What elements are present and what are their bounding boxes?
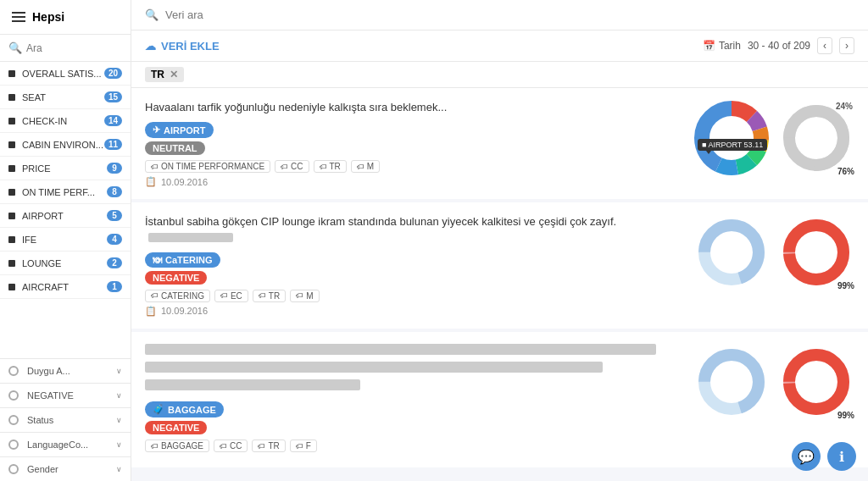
sidebar-item-lounge[interactable]: LOUNGE 2: [0, 252, 131, 275]
chevron-down-icon: ∨: [116, 391, 122, 400]
sidebar-item-label: CHECK-IN: [22, 116, 104, 126]
sidebar-item-badge: 11: [104, 139, 122, 150]
sidebar-item-check-in[interactable]: CHECK-IN 14: [0, 109, 131, 133]
tag[interactable]: 🏷CC: [275, 160, 309, 173]
tag-icon: 🏷: [296, 291, 303, 300]
sentiment-badge-wrap: NEUTRAL: [145, 141, 683, 160]
sidebar-search-input[interactable]: [26, 42, 122, 54]
category-badge-wrap: ✈ AIRPORT: [145, 122, 683, 141]
tag[interactable]: 🏷TR: [252, 440, 285, 452]
sidebar-item-badge: 1: [107, 281, 122, 292]
chart-label-top: 24%: [836, 102, 853, 111]
sidebar-item-price[interactable]: PRICE 9: [0, 157, 131, 180]
sidebar-item-cabin-environ[interactable]: CABIN ENVIRON... 11: [0, 133, 131, 157]
sidebar-item-icon: [8, 213, 15, 219]
sidebar-header: Hepsi: [0, 0, 131, 35]
chat-button[interactable]: 💬: [792, 442, 821, 471]
sidebar-item-icon: [8, 189, 15, 196]
sidebar-item-ife[interactable]: IFE 4: [0, 228, 131, 252]
tag[interactable]: 🏷TR: [253, 290, 286, 302]
toolbar-right: 📅 Tarih 30 - 40 of 209 ‹ ›: [703, 37, 854, 54]
sidebar-item-icon: [8, 236, 15, 243]
action-buttons: 💬 ℹ: [792, 442, 856, 471]
sentiment-badge[interactable]: NEUTRAL: [145, 141, 205, 155]
prev-page-button[interactable]: ‹: [817, 37, 832, 54]
filters-bar: TR ✕: [131, 62, 868, 88]
sidebar-item-icon: [8, 165, 15, 172]
feed-item-main: İstanbul sabiha gökçen CIP lounge ikram …: [145, 214, 683, 316]
feed-item-text: [145, 344, 683, 395]
next-page-button[interactable]: ›: [839, 37, 854, 54]
sidebar-filter-languageco[interactable]: LanguageCo... ∨: [0, 432, 131, 456]
sidebar-item-label: SEAT: [22, 92, 104, 102]
donut-svg: [778, 344, 854, 420]
sidebar-item-icon: [8, 260, 15, 267]
filter-icon: [8, 390, 19, 401]
sidebar-item-label: LOUNGE: [22, 258, 107, 268]
sidebar-filter-label: Duygu A...: [8, 366, 70, 376]
sidebar-item-aircraft[interactable]: AIRCRAFT 1: [0, 275, 131, 299]
tag[interactable]: 🏷EC: [214, 290, 248, 302]
sidebar-item-badge: 8: [107, 186, 122, 197]
sidebar-filter-status[interactable]: Status ∨: [0, 407, 131, 432]
sidebar-filter-duygu[interactable]: Duygu A... ∨: [0, 358, 131, 383]
tag[interactable]: 🏷BAGGAGE: [145, 440, 209, 452]
tag-icon: 🏷: [320, 163, 327, 171]
chart-label: 99%: [837, 411, 854, 420]
topbar: 🔍: [131, 0, 868, 30]
sidebar-search-container: 🔍: [0, 35, 131, 62]
chart-label-bottom: 76%: [837, 167, 854, 176]
tag[interactable]: 🏷ON TIME PERFORMANCE: [145, 160, 270, 173]
category-icon: ✈: [153, 124, 160, 135]
sidebar-item-airport[interactable]: AIRPORT 5: [0, 204, 131, 228]
tag[interactable]: 🏷F: [290, 440, 317, 452]
filter-icon: [8, 464, 19, 474]
tags-row: 🏷ON TIME PERFORMANCE🏷CC🏷TR🏷M: [145, 160, 683, 173]
sidebar-item-badge: 20: [104, 68, 122, 79]
sentiment-badge[interactable]: NEGATIVE: [145, 271, 207, 285]
category-badge[interactable]: 🍽 CaTERING: [145, 252, 220, 268]
add-data-button[interactable]: ☁ VERİ EKLE: [145, 40, 220, 53]
sidebar-item-on-time-perf[interactable]: ON TIME PERF... 8: [0, 180, 131, 204]
filter-tag-close[interactable]: ✕: [170, 69, 178, 80]
category-icon: 🍽: [153, 255, 162, 265]
sidebar-filter-gender[interactable]: Gender ∨: [0, 456, 131, 481]
tag[interactable]: 🏷M: [351, 160, 380, 173]
sidebar-filters-list: Duygu A... ∨ NEGATIVE ∨ Status ∨ Languag…: [0, 358, 131, 481]
tag[interactable]: 🏷M: [290, 290, 319, 302]
tag-icon: 🏷: [258, 442, 265, 451]
topbar-search-input[interactable]: [165, 8, 854, 21]
tag-icon: 🏷: [220, 442, 227, 451]
sidebar-item-icon: [8, 94, 15, 101]
tag[interactable]: 🏷CATERING: [145, 290, 210, 302]
tag-icon: 🏷: [151, 163, 159, 171]
charts: 99%: [693, 344, 854, 420]
sidebar-item-overall-satis[interactable]: OVERALL SATIS... 20: [0, 62, 131, 86]
sidebar-filter-negative[interactable]: NEGATIVE ∨: [0, 383, 131, 407]
info-button[interactable]: ℹ: [827, 442, 856, 471]
sidebar-item-badge: 15: [104, 91, 122, 102]
sidebar-item-icon: [8, 284, 15, 290]
category-badge[interactable]: 🧳 BAGGAGE: [145, 401, 224, 417]
hamburger-menu[interactable]: [12, 12, 25, 22]
tag[interactable]: 🏷CC: [214, 440, 248, 452]
category-icon: 🧳: [153, 404, 164, 415]
sidebar-item-badge: 9: [107, 163, 122, 174]
tags-row: 🏷BAGGAGE🏷CC🏷TR🏷F: [145, 440, 683, 452]
date-value: 10.09.2016: [161, 306, 208, 316]
sidebar-item-label: ON TIME PERF...: [22, 187, 107, 197]
tooltip: ■ AIRPORT 53.11: [698, 139, 767, 151]
filter-tag-tr: TR ✕: [145, 67, 184, 82]
add-data-label: VERİ EKLE: [161, 40, 220, 53]
tag[interactable]: 🏷TR: [314, 160, 347, 173]
feed-item-main: Havaalanı tarfik yoğunluğu nedeniyle kal…: [145, 100, 683, 187]
cloud-icon: ☁: [145, 40, 156, 53]
chart1: [693, 344, 770, 420]
category-badge[interactable]: ✈ AIRPORT: [145, 122, 214, 138]
sentiment-badge[interactable]: NEGATIVE: [145, 421, 207, 434]
sidebar-item-label: AIRPORT: [22, 211, 107, 221]
date-icon: 📋: [145, 176, 157, 187]
feed-item-text: İstanbul sabiha gökçen CIP lounge ikram …: [145, 214, 683, 245]
sidebar-item-seat[interactable]: SEAT 15: [0, 86, 131, 109]
donut-svg: [693, 100, 770, 176]
